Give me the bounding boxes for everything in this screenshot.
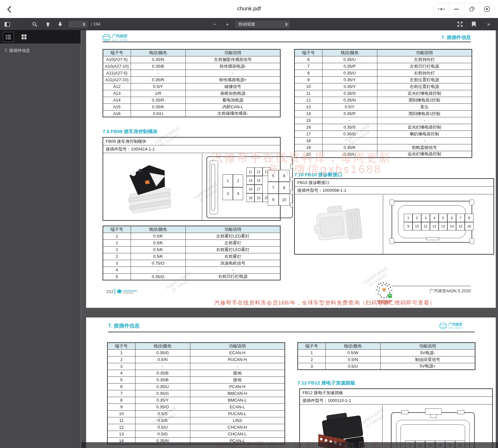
page-number-input[interactable]	[68, 20, 88, 28]
table-cell: 喇叭继电器控制	[377, 131, 472, 137]
page-up-button[interactable]	[44, 20, 52, 28]
minimize-button[interactable]	[449, 3, 464, 15]
table-cell: 0.5/U	[131, 110, 185, 117]
pin-3: 3	[223, 187, 233, 200]
table-row: 140.35/P雨刮继电器1控制	[294, 110, 472, 117]
table-cell: 4	[103, 267, 131, 273]
table-cell: 2	[107, 356, 135, 363]
browser-titlebar: chunk.pdf	[0, 0, 498, 18]
table-cell: 8	[107, 397, 135, 404]
table-cell: 复位	[377, 103, 472, 110]
pin-9: 9	[268, 194, 279, 206]
fb09-pin-group-right: 5678910	[268, 170, 290, 206]
table-cell: 6	[294, 56, 322, 63]
table-cell: 0.35/G	[131, 273, 185, 280]
table-row: 10.35/GECAN-H	[107, 349, 285, 356]
table-header-row: 端子号线径/颜色功能说明	[103, 49, 280, 56]
window-capsule	[433, 3, 495, 15]
zoom-select[interactable]: 自动缩放	[235, 20, 290, 28]
pin-9: 9	[404, 222, 413, 230]
table-row: A11(A27-10)0.35/R前传感器电源+	[103, 76, 280, 83]
search-icon	[32, 22, 37, 27]
table-cell: 9	[294, 76, 322, 83]
minimize-icon	[454, 9, 459, 10]
column-header: 功能说明	[377, 49, 472, 56]
outline-item-connector-info[interactable]: 7. 接插件信息	[3, 47, 77, 54]
pin-row: 1415	[246, 176, 271, 185]
fb12-model: 接插件型号：1000110-1-1	[300, 397, 492, 404]
table-cell: 0.5/S	[135, 417, 190, 424]
fb09-model: 接插件型号：1000414-1-1	[103, 145, 280, 153]
table-cell: 0.35/N	[322, 97, 377, 103]
table-cell: CHCAN-L	[190, 431, 285, 437]
table-cell: 3	[103, 260, 131, 267]
pin-3: 3	[421, 214, 430, 222]
column-header: 功能说明	[190, 343, 285, 349]
table-cell: 15	[294, 117, 322, 124]
watermark-footer-red: 汽修帮手在线资料库会员168/年，全球车型资料免费查询（扫码右边二维码即可查看）	[183, 299, 467, 307]
table-row: A131/R座椅加热电源	[103, 90, 280, 97]
pin-15: 15	[254, 176, 263, 185]
connector-table: 端子号线径/颜色功能说明10.5/W5V电源-20.5/N制动深度信号30.5/…	[297, 342, 475, 370]
table-row: 70.35/GBMCAN-H	[107, 390, 285, 397]
outline-view-button[interactable]	[3, 32, 14, 42]
table-cell: 雨刮继电器2控制	[377, 97, 472, 103]
table-row: 15--	[294, 117, 472, 124]
table-cell: PUCAN-H	[190, 356, 285, 363]
table-row: 20.5/K右前雾灯	[103, 253, 280, 260]
zoom-in-button[interactable]: +	[223, 20, 232, 28]
table-fb09-pins2: 端子号线径/颜色功能说明10.5/K左前雾灯LED雾灯10.5/K左前雾灯20.…	[103, 226, 280, 280]
fb10-image-area: 12345678910111213141516	[295, 195, 493, 254]
table-cell: 蓄电池电源	[185, 97, 280, 103]
svg-text:广汽埃安: 广汽埃安	[111, 34, 128, 38]
pin-12: 12	[430, 222, 439, 230]
document-title: chunk.pdf	[0, 5, 498, 12]
find-button[interactable]	[30, 20, 39, 28]
table-cell: A14	[103, 97, 131, 103]
zoom-out-button[interactable]: −	[210, 20, 219, 28]
zoom-select-label: 自动缩放	[235, 21, 285, 27]
table-cell: -	[185, 267, 280, 273]
table-cell: 0.5/K	[131, 246, 185, 253]
fb10-model: 接插件型号：1000056-1-1	[295, 187, 493, 194]
table-cell: -	[131, 70, 185, 76]
table-row: 18--	[294, 137, 472, 144]
record-button[interactable]	[479, 3, 494, 15]
toolbar-more-button[interactable]: »	[484, 20, 493, 28]
bottom-overlay-band	[81, 442, 498, 448]
table-row: 20.5/K右前雾灯LED雾灯	[103, 246, 280, 253]
table-row: 100.5/SPUCAN-L	[107, 410, 285, 417]
toggle-sidebar-button[interactable]	[3, 20, 11, 28]
pin-4: 4	[430, 214, 439, 222]
pin-11: 11	[246, 167, 254, 176]
fb09-diagram: 1234 11121314151617181920 5678910	[206, 156, 293, 218]
pin-8: 8	[465, 214, 473, 222]
pdf-viewer-area[interactable]: 广汽埃安 GAC AION 7. 接插件信息 端子号线径/颜色功能说明A10(A…	[81, 30, 498, 448]
presentation-mode-button[interactable]	[456, 20, 464, 28]
bookmark-button[interactable]	[470, 20, 478, 28]
more-button[interactable]	[434, 3, 449, 15]
pin-8: 8	[279, 182, 290, 194]
pin-row: 78	[268, 182, 290, 194]
table-cell: 0.5/N	[325, 356, 380, 363]
section-7-9-heading: 7.9 FB09 接车身控制模块	[103, 129, 158, 135]
column-header: 线径/颜色	[135, 343, 190, 349]
table-cell: 4	[107, 370, 135, 376]
pin-4: 4	[233, 187, 243, 200]
table-cell: 0.35/B	[135, 370, 190, 376]
page-down-button[interactable]	[56, 20, 64, 28]
column-header: 端子号	[298, 343, 325, 349]
table-cell: 右前位置灯电源	[377, 83, 472, 90]
table-cell: 7	[107, 390, 135, 397]
restore-button[interactable]	[464, 3, 479, 15]
table-row: 70.35/P左前日行灯电源	[294, 63, 472, 70]
table-cell: 近光灯继电器控制	[377, 124, 472, 131]
table-row: A120.5/Y碰撞信号	[103, 83, 280, 90]
table-row: 80.35/U右前转向灯	[294, 70, 472, 76]
table-cell: 0.35/Y	[322, 83, 377, 90]
table-cell: -	[135, 363, 190, 370]
table-cell: 左前位置灯电源	[377, 76, 472, 83]
table-cell: 14	[294, 110, 322, 117]
pin-row: 1617	[246, 185, 271, 193]
thumbnails-view-button[interactable]	[18, 32, 29, 42]
